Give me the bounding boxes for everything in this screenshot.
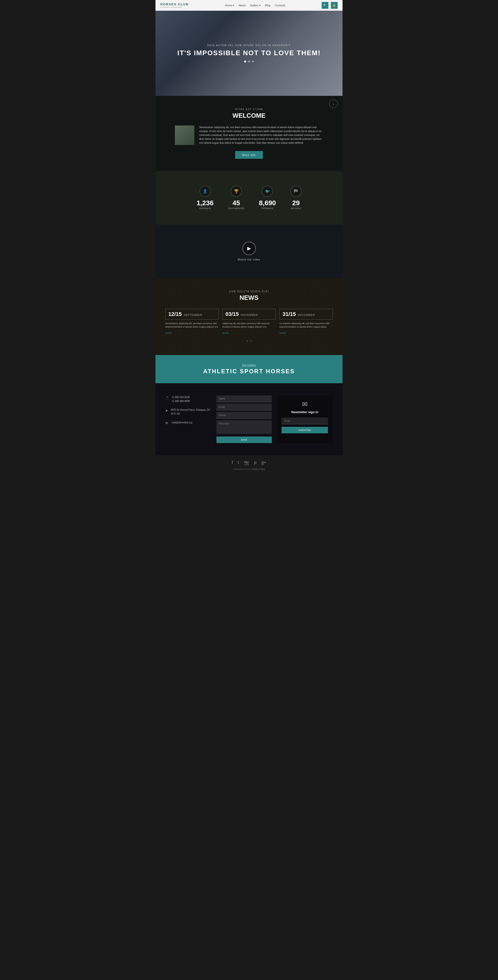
cta-banner: See catalog ATHLETIC SPORT HORSES bbox=[155, 355, 343, 383]
nav-about[interactable]: About bbox=[239, 4, 246, 7]
welcome-title: WELCOME bbox=[175, 112, 323, 119]
privacy-policy-link[interactable]: Privacy Policy bbox=[252, 468, 265, 470]
address-text: 9870 St Vincent Place, Glasgow, DC 45 Fr… bbox=[171, 408, 212, 416]
news-next-button[interactable]: › bbox=[250, 339, 251, 343]
winners-icon: 🏁 bbox=[290, 186, 301, 197]
winners-label: winners bbox=[290, 207, 301, 210]
stat-winners: 🏁 29 winners bbox=[290, 186, 301, 210]
news-section: CUM SOLUTA NOBIS ELEI NEWS 12/15 septemb… bbox=[155, 278, 343, 355]
email-icon: ✉ bbox=[165, 421, 169, 425]
play-button[interactable]: ▶ bbox=[243, 242, 256, 255]
welcome-section: ↓ RITAS EST ETIAM WELCOME Sensectetuer a… bbox=[155, 96, 343, 171]
facebook-icon[interactable]: f bbox=[232, 460, 233, 465]
email-text: mail@demolink.org bbox=[171, 421, 192, 425]
news-date-month-2: november bbox=[241, 313, 258, 317]
news-cards: 12/15 september Sensectetuer adipiscing … bbox=[165, 309, 333, 335]
contact-form: send bbox=[216, 395, 272, 443]
contact-grid: 📱 +1 800 603 6035 +1 800 889 9898 ➤ 9870… bbox=[165, 395, 333, 443]
welcome-sub: RITAS EST ETIAM bbox=[175, 108, 323, 111]
welcome-image bbox=[175, 126, 194, 145]
nav-gallery[interactable]: Gallery ▾ bbox=[250, 4, 261, 7]
stat-tournaments: 🏆 45 tournaments bbox=[228, 186, 244, 210]
stats-section: 👤 1,236 members 🏆 45 tournaments 🐦 8,690… bbox=[155, 171, 343, 224]
news-date-month-3: december bbox=[298, 313, 315, 317]
video-label: Watch the video bbox=[238, 258, 260, 261]
news-card-1: 12/15 september Sensectetuer adipiscing … bbox=[165, 309, 219, 335]
cta-title: ATHLETIC SPORT HORSES bbox=[165, 368, 333, 375]
hero-dots bbox=[177, 60, 321, 62]
contact-info: 📱 +1 800 603 6035 +1 800 889 9898 ➤ 9870… bbox=[165, 395, 212, 443]
nav-home[interactable]: Home ▾ bbox=[225, 4, 234, 7]
see-catalog-link[interactable]: See catalog bbox=[165, 364, 333, 366]
nav-blog[interactable]: Blog bbox=[265, 4, 270, 7]
hero-title: IT'S IMPOSSIBLE NOT TO LOVE THEM! bbox=[177, 49, 321, 57]
phone-input[interactable] bbox=[216, 412, 272, 419]
news-date-num-2: 03/15 bbox=[225, 311, 239, 317]
twitter-icon[interactable]: t bbox=[238, 460, 239, 465]
phone-info: 📱 +1 800 603 6035 +1 800 889 9898 bbox=[165, 395, 212, 403]
news-more-1[interactable]: MORE bbox=[165, 332, 172, 334]
logo-title: HORSES CLUB bbox=[160, 2, 189, 6]
lock-button[interactable]: 🔒 bbox=[331, 2, 338, 9]
newsletter-icon: ✉ bbox=[282, 400, 328, 408]
stat-members: 👤 1,236 members bbox=[197, 186, 214, 210]
scroll-down-button[interactable]: ↓ bbox=[329, 99, 338, 108]
hero-dot-2[interactable] bbox=[248, 60, 250, 62]
news-date-bar-2: 03/15 november bbox=[222, 309, 276, 320]
news-text-3: Ce ectetuer adipiscing elit, sed diam no… bbox=[279, 322, 333, 329]
news-date-month-1: september bbox=[184, 313, 202, 317]
logo: HORSES CLUB columbia assosment bbox=[160, 2, 189, 8]
hero-subtitle: DUIS AUTEM VEL EUM IRIURE DOLOR IN HENDR… bbox=[177, 44, 321, 47]
subscribe-button[interactable]: subscribe bbox=[282, 427, 328, 433]
news-navigation: ‹ › bbox=[165, 339, 333, 343]
members-number: 1,236 bbox=[197, 199, 214, 207]
news-date-bar-3: 31/15 december bbox=[279, 309, 333, 320]
hero-section: DUIS AUTEM VEL EUM IRIURE DOLOR IN HENDR… bbox=[155, 11, 343, 96]
search-button[interactable]: 🔍 bbox=[322, 2, 328, 9]
tournaments-icon: 🏆 bbox=[231, 186, 242, 197]
name-input[interactable] bbox=[216, 395, 272, 402]
more-info-button[interactable]: More info bbox=[235, 151, 263, 159]
news-prev-button[interactable]: ‹ bbox=[247, 339, 248, 343]
instagram-icon[interactable]: 📷 bbox=[244, 460, 249, 465]
header-actions: 🔍 🔒 bbox=[322, 2, 338, 9]
news-title: NEWS bbox=[165, 294, 333, 302]
logo-sub: columbia assosment bbox=[160, 6, 189, 8]
send-button[interactable]: send bbox=[216, 436, 272, 443]
stats-grid: 👤 1,236 members 🏆 45 tournaments 🐦 8,690… bbox=[197, 186, 301, 210]
main-nav: Home ▾ About Gallery ▾ Blog Contacts bbox=[225, 4, 285, 7]
newsletter-title: Newsletter sign in bbox=[282, 410, 328, 414]
newsletter-box: ✉ Newsletter sign in subscribe bbox=[277, 395, 333, 443]
winners-number: 29 bbox=[290, 199, 301, 207]
site-header: HORSES CLUB columbia assosment Home ▾ Ab… bbox=[155, 0, 343, 11]
pinterest-icon[interactable]: p bbox=[254, 460, 257, 465]
address-icon: ➤ bbox=[165, 409, 168, 412]
news-sub: CUM SOLUTA NOBIS ELEI bbox=[165, 290, 333, 293]
hero-content: DUIS AUTEM VEL EUM IRIURE DOLOR IN HENDR… bbox=[177, 44, 321, 62]
phone-text: +1 800 603 6035 +1 800 889 9898 bbox=[171, 395, 190, 403]
hero-dot-1[interactable] bbox=[244, 60, 246, 62]
followers-label: followers bbox=[259, 207, 276, 210]
news-text-2: Adipiscing elit, sed diam nonummy nibh e… bbox=[222, 322, 276, 329]
message-input[interactable] bbox=[216, 420, 272, 434]
hero-dot-3[interactable] bbox=[252, 60, 254, 62]
social-icons: f t 📷 p g+ bbox=[165, 460, 333, 465]
followers-icon: 🐦 bbox=[262, 186, 273, 197]
address-info: ➤ 9870 St Vincent Place, Glasgow, DC 45 … bbox=[165, 408, 212, 416]
members-label: members bbox=[197, 207, 214, 210]
stat-followers: 🐦 8,690 followers bbox=[259, 186, 276, 210]
news-card-2: 03/15 november Adipiscing elit, sed diam… bbox=[222, 309, 276, 335]
news-more-2[interactable]: MORE bbox=[222, 332, 229, 334]
news-more-3[interactable]: MORE bbox=[279, 332, 286, 334]
form-email-input[interactable] bbox=[216, 404, 272, 410]
news-date-bar-1: 12/15 september bbox=[165, 309, 219, 320]
email-info: ✉ mail@demolink.org bbox=[165, 421, 212, 425]
nav-contacts[interactable]: Contacts bbox=[275, 4, 285, 7]
tournaments-number: 45 bbox=[228, 199, 244, 207]
site-footer: f t 📷 p g+ Copyright © 2015 | Privacy Po… bbox=[155, 455, 343, 475]
newsletter-email-input[interactable] bbox=[282, 418, 328, 424]
news-text-1: Sensectetuer adipiscing elit, sed diam n… bbox=[165, 322, 219, 329]
welcome-body: Sensectetuer adipiscing elit, sed diam n… bbox=[175, 126, 323, 145]
googleplus-icon[interactable]: g+ bbox=[262, 460, 266, 465]
video-section: ▶ Watch the video bbox=[155, 224, 343, 278]
